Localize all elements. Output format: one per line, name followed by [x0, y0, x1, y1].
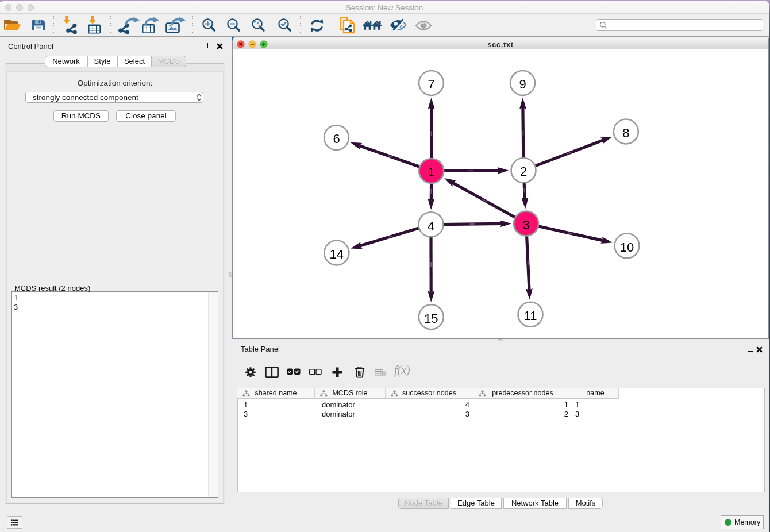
- svg-text:6: 6: [333, 132, 340, 146]
- svg-text:15: 15: [424, 311, 438, 326]
- svg-text:4: 4: [428, 219, 434, 233]
- svg-text:11: 11: [524, 309, 537, 323]
- svg-text:10: 10: [620, 240, 634, 255]
- svg-text:2: 2: [520, 164, 527, 179]
- svg-text:7: 7: [428, 77, 434, 91]
- svg-text:1: 1: [428, 165, 435, 179]
- svg-text:14: 14: [330, 247, 344, 261]
- svg-text:9: 9: [519, 77, 526, 91]
- svg-text:3: 3: [522, 218, 529, 232]
- svg-text:8: 8: [622, 126, 629, 140]
